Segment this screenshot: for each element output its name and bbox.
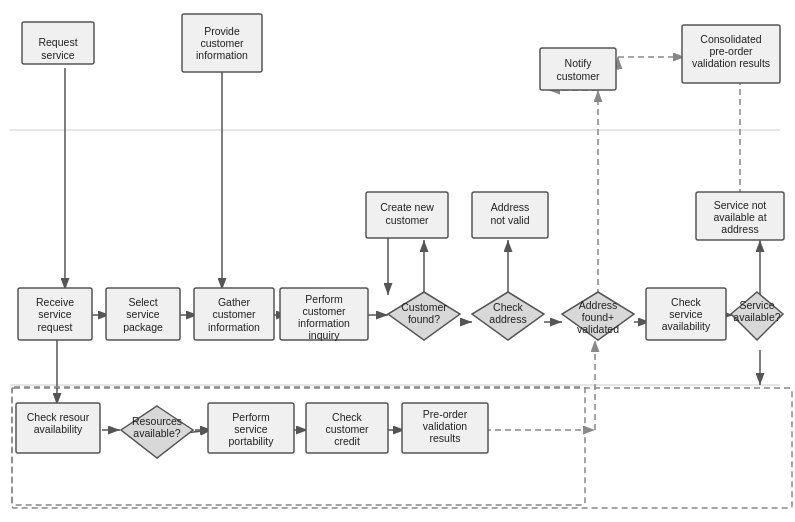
resources-available-label1: Resources <box>132 415 182 427</box>
check-resource-availability-label2: availability <box>34 423 83 435</box>
check-address-label1: Check <box>493 301 524 313</box>
receive-service-request-label3: request <box>37 321 72 333</box>
address-not-valid-label2: not valid <box>490 214 529 226</box>
provide-customer-info-label1: Provide <box>204 25 240 37</box>
select-service-package-label3: package <box>123 321 163 333</box>
request-service-label2: service <box>41 49 74 61</box>
check-address-label2: address <box>489 313 526 325</box>
create-new-customer-label2: customer <box>385 214 429 226</box>
receive-service-request-label2: service <box>38 308 71 320</box>
create-new-customer-label1: Create new <box>380 201 434 213</box>
preorder-validation-label1: Pre-order <box>423 408 468 420</box>
check-service-availability-label1: Check <box>671 296 702 308</box>
consolidated-label1: Consolidated <box>700 33 761 45</box>
provide-customer-info-label3: information <box>196 49 248 61</box>
address-found-validated-label3: validated <box>577 323 619 335</box>
consolidated-label2: pre-order <box>709 45 753 57</box>
perform-service-portability-label1: Perform <box>232 411 270 423</box>
perform-customer-inquiry-label3: information <box>298 317 350 329</box>
consolidated-label3: validation results <box>692 57 770 69</box>
provide-customer-info-label2: customer <box>200 37 244 49</box>
resources-available-label2: available? <box>133 427 180 439</box>
service-available-label2: available? <box>733 311 780 323</box>
preorder-validation-label3: results <box>430 432 461 444</box>
perform-service-portability-label3: portability <box>229 435 275 447</box>
service-available-label1: Service <box>739 299 774 311</box>
select-service-package-label2: service <box>126 308 159 320</box>
check-service-availability-label3: availability <box>662 320 711 332</box>
check-customer-credit-label3: credit <box>334 435 360 447</box>
service-not-available-label2: available at <box>713 211 766 223</box>
check-resource-availability-label1: Check resour <box>27 411 90 423</box>
gather-customer-info-label1: Gather <box>218 296 251 308</box>
address-found-validated-label2: found+ <box>582 311 614 323</box>
gather-customer-info-label3: information <box>208 321 260 333</box>
service-not-available-label3: address <box>721 223 758 235</box>
preorder-validation-label2: validation <box>423 420 468 432</box>
select-service-package-label1: Select <box>128 296 157 308</box>
perform-customer-inquiry-label1: Perform <box>305 293 343 305</box>
receive-service-request-label1: Receive <box>36 296 74 308</box>
perform-customer-inquiry-label2: customer <box>302 305 346 317</box>
customer-found-label1: Customer <box>401 301 447 313</box>
gather-customer-info-label2: customer <box>212 308 256 320</box>
flowchart-svg: Request service Provide customer informa… <box>0 0 795 522</box>
notify-customer-label2: customer <box>556 70 600 82</box>
address-not-valid-label1: Address <box>491 201 530 213</box>
check-service-availability-label2: service <box>669 308 702 320</box>
address-found-validated-label1: Address <box>579 299 618 311</box>
service-not-available-label1: Service not <box>714 199 767 211</box>
customer-found-label2: found? <box>408 313 440 325</box>
perform-service-portability-label2: service <box>234 423 267 435</box>
check-customer-credit-label2: customer <box>325 423 369 435</box>
notify-customer-label1: Notify <box>565 57 593 69</box>
request-service-label: Request <box>38 36 77 48</box>
check-customer-credit-label1: Check <box>332 411 363 423</box>
perform-customer-inquiry-label4: inquiry <box>309 329 341 341</box>
flowchart-diagram: Request service Provide customer informa… <box>0 0 795 522</box>
